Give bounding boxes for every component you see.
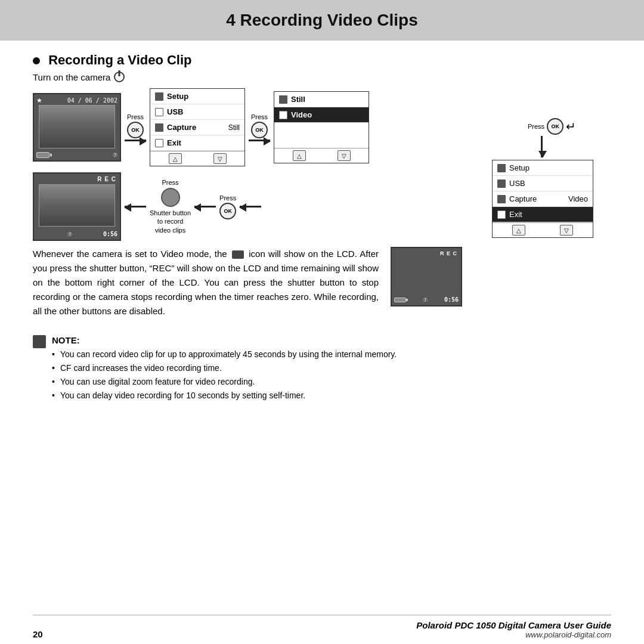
menu3-item-exit: Exit [493,207,593,222]
press-label-1: Press [127,113,144,120]
down-arrow-container [541,135,543,159]
press-label-3: Press [528,123,544,130]
nav-down-3[interactable]: ▽ [560,225,573,236]
note-bullets: You can record video clip for up to appr… [52,348,611,402]
press-label-2: Press [251,113,268,120]
header-bar: 4 Recording Video Clips [0,0,644,41]
press-ok-right: Press OK ↵ [528,118,576,135]
page-title: 4 Recording Video Clips [33,11,611,30]
note-title: NOTE: [52,335,611,345]
nav-down-2[interactable]: ▽ [338,150,351,161]
menu2-item-video: Video [274,107,369,123]
menu1-item-exit: Exit [150,135,244,151]
menu3-item-setup: Setup [493,160,593,176]
camera-screen-small: R E C ⑦ 0:56 [391,247,462,306]
nav-up-2[interactable]: △ [293,150,306,161]
ok-group-1: OK [127,122,144,138]
note-content: NOTE: You can record video clip for up t… [52,335,611,403]
menu3-item-usb: USB [493,176,593,191]
menu2-item-still: Still [274,92,369,107]
footer-url: www.polaroid-digital.com [416,630,611,639]
menu1-nav: △ ▽ [150,151,244,166]
still-icon [279,95,287,104]
ok-button-2[interactable]: OK [251,122,268,138]
menu2-nav: △ ▽ [274,148,369,163]
setup-icon-2 [497,164,506,172]
note-bullet-3: You can use digital zoom feature for vid… [52,376,611,388]
note-bullet-4: You can delay video recording for 10 sec… [52,389,611,402]
menu3-nav: △ ▽ [493,222,593,237]
ok-button-1[interactable]: OK [127,122,144,138]
return-arrow: ↵ [566,120,576,132]
content: Recording a Video Clip Turn on the camer… [33,41,611,615]
ok-button-4[interactable]: OK [219,203,236,219]
arrow-left-3 [240,206,261,208]
arrow-right-1 [125,140,146,141]
ok-button-3[interactable]: OK [547,118,564,135]
nav-up-3[interactable]: △ [512,225,525,236]
press-label-5: Press [219,194,236,202]
nav-up-1[interactable]: △ [169,153,182,164]
footer-product: Polaroid PDC 1050 Digital Camera User Gu… [416,620,611,630]
menu1-item-setup: Setup [150,89,244,104]
shutter-area: Press Shutter buttonto recordvideo clips [150,179,191,234]
exit-icon-2 [497,210,506,219]
camera-screen-1: ★ 04 / 06 / 2002 ⑦ [33,93,121,162]
camera-screen-rec: R E C ⑦ 0:56 [33,172,121,241]
menu1-item-capture: Capture Still [150,120,244,135]
footer-page: 20 [33,629,43,639]
arrow-left-2 [194,206,216,208]
window-graphic-rec [39,184,115,227]
battery-icon-small [394,298,406,302]
description-text: Whenever the camera is set to Video mode… [33,247,379,318]
arrow-left-1 [125,206,146,208]
bullet-icon [33,57,40,64]
footer: 20 Polaroid PDC 1050 Digital Camera User… [33,615,611,644]
video-mode-icon [232,250,244,259]
menu-box-2: Still Video △ ▽ [274,91,369,163]
right-panel: Press OK ↵ Setup USB [492,88,611,238]
menu-box-1: Setup USB Capture Still Exit [150,88,245,166]
usb-icon [155,108,163,116]
arrow-right-2 [249,140,270,141]
section-title: Recording a Video Clip [33,52,611,68]
desc-with-img: Whenever the camera is set to Video mode… [33,247,611,327]
video-icon [279,111,287,119]
menu1-item-usb: USB [150,104,244,120]
exit-icon [155,139,163,147]
footer-right: Polaroid PDC 1050 Digital Camera User Gu… [416,620,611,639]
turn-on-line: Turn on the camera [33,72,611,82]
nav-down-1[interactable]: ▽ [213,153,227,164]
battery-icon-1 [36,152,49,158]
press-label-4: Press [162,179,178,186]
shutter-button[interactable] [161,188,180,207]
window-graphic-1 [39,105,115,148]
note-bullet-1: You can record video clip for up to appr… [52,348,611,361]
capture-icon [155,123,163,132]
arrow-down-1 [541,136,543,157]
menu2-spacer [274,123,369,148]
note-icon [33,335,46,348]
usb-icon-2 [497,179,506,188]
note-bullet-2: CF card increases the video recording ti… [52,362,611,374]
page: 4 Recording Video Clips Recording a Vide… [0,0,644,644]
diagram-wrapper: ★ 04 / 06 / 2002 ⑦ Press OK [33,88,611,241]
menu3-item-capture: Capture Video [493,191,593,207]
power-icon [114,72,125,82]
note-section: NOTE: You can record video clip for up t… [33,335,611,403]
capture-icon-2 [497,195,506,203]
shutter-label: Shutter buttonto recordvideo clips [150,209,191,234]
menu-box-3: Setup USB Capture Video Exit [492,160,593,238]
setup-icon [155,92,163,101]
